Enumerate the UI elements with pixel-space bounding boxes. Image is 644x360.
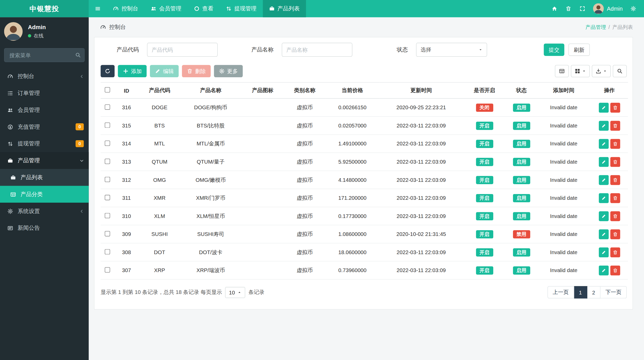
sidebar-item-members[interactable]: 会员管理	[0, 101, 89, 118]
row-delete-button[interactable]	[610, 265, 620, 275]
row-edit-button[interactable]	[599, 247, 608, 257]
row-edit-button[interactable]	[599, 139, 608, 149]
pagination-page-1[interactable]: 1	[574, 286, 587, 298]
cell-category: 虚拟币	[284, 261, 325, 279]
column-header[interactable]: 产品图标	[241, 82, 284, 99]
row-checkbox[interactable]	[105, 177, 110, 182]
row-delete-button[interactable]	[610, 175, 620, 185]
cell-select	[101, 171, 114, 189]
row-checkbox[interactable]	[105, 140, 110, 146]
row-delete-button[interactable]	[610, 211, 620, 221]
cell-id: 312	[114, 171, 139, 189]
filter-actions: 提交 刷新	[544, 44, 590, 56]
status-select[interactable]: 选择	[416, 43, 487, 57]
nav-item-product-list[interactable]: 产品列表	[263, 0, 306, 17]
row-edit-button[interactable]	[599, 229, 608, 239]
column-header[interactable]: 产品代码	[139, 82, 180, 99]
trash-button[interactable]	[562, 0, 575, 17]
sidebar-item-products[interactable]: 产品管理	[0, 152, 89, 169]
nav-item-view[interactable]: 查看	[187, 0, 219, 17]
row-delete-button[interactable]	[610, 139, 620, 149]
sidebar-item-settings[interactable]: 系统设置	[0, 203, 89, 220]
row-delete-button[interactable]	[610, 121, 620, 131]
page-size-select[interactable]: 10	[225, 287, 245, 298]
row-edit-button[interactable]	[599, 175, 608, 185]
row-checkbox[interactable]	[105, 158, 110, 164]
cell-price: 0.00266150	[325, 98, 380, 117]
row-checkbox[interactable]	[105, 231, 110, 236]
cell-category: 虚拟币	[284, 225, 325, 243]
brand-logo[interactable]: 中银慧投	[0, 0, 89, 17]
trash-icon	[613, 105, 617, 110]
nav-item-console[interactable]: 控制台	[107, 0, 144, 17]
row-delete-button[interactable]	[610, 193, 620, 203]
column-header[interactable]: 当前价格	[325, 82, 380, 99]
row-edit-button[interactable]	[599, 265, 608, 275]
cell-id: 307	[114, 261, 139, 279]
pagination-prev[interactable]: 上一页	[547, 286, 574, 298]
refresh-icon	[105, 68, 110, 74]
sidebar-item-withdrawals[interactable]: 提现管理0	[0, 135, 89, 152]
pagination-page-2[interactable]: 2	[587, 286, 601, 298]
row-checkbox[interactable]	[105, 249, 110, 254]
refresh-button[interactable]: 刷新	[568, 44, 590, 56]
edit-button[interactable]: 编辑	[150, 65, 179, 77]
sidebar-item-news[interactable]: 新闻公告	[0, 220, 89, 236]
cell-id: 314	[114, 135, 139, 153]
pencil-icon	[601, 105, 606, 110]
column-header[interactable]: 类别名称	[284, 82, 325, 99]
nav-item-withdrawals[interactable]: 提现管理	[220, 0, 263, 17]
delete-button[interactable]: 删除	[182, 65, 211, 77]
row-checkbox[interactable]	[105, 195, 110, 200]
submit-button[interactable]: 提交	[544, 44, 564, 56]
sidebar-menu: 控制台订单管理会员管理充值管理0提现管理0产品管理产品列表产品分类系统设置新闻公…	[0, 68, 89, 236]
fullscreen-button[interactable]	[576, 0, 589, 17]
export-button[interactable]	[592, 65, 611, 77]
column-header[interactable]: ID	[114, 82, 139, 99]
product-name-input[interactable]	[282, 43, 352, 57]
news-icon	[7, 225, 13, 231]
sidebar-item-orders[interactable]: 订单管理	[0, 85, 89, 102]
column-header[interactable]: 产品名称	[180, 82, 241, 99]
settings-button[interactable]	[627, 0, 640, 17]
pagination-next[interactable]: 下一页	[600, 286, 627, 298]
user-menu[interactable]: Admin	[590, 3, 626, 14]
row-edit-button[interactable]	[599, 121, 608, 131]
row-checkbox[interactable]	[105, 122, 110, 128]
sidebar-search-button[interactable]	[71, 48, 85, 62]
column-header[interactable]: 是否开启	[463, 82, 506, 99]
sidebar-item-recharge[interactable]: 充值管理0	[0, 118, 89, 135]
row-delete-button[interactable]	[610, 102, 620, 112]
columns-button[interactable]	[571, 65, 590, 77]
refresh-table-button[interactable]	[101, 65, 115, 77]
row-edit-button[interactable]	[599, 157, 608, 167]
row-checkbox[interactable]	[105, 267, 110, 272]
row-edit-button[interactable]	[599, 211, 608, 221]
row-edit-button[interactable]	[599, 193, 608, 203]
row-delete-button[interactable]	[610, 157, 620, 167]
select-all-checkbox[interactable]	[105, 87, 110, 93]
toggle-view-button[interactable]	[555, 65, 569, 77]
cell-status: 启用	[506, 98, 537, 117]
column-header[interactable]: 添加时间	[537, 82, 591, 99]
column-header[interactable]: 操作	[591, 82, 628, 99]
sidebar-item-product-category[interactable]: 产品分类	[0, 186, 89, 203]
nav-item-members[interactable]: 会员管理	[144, 0, 187, 17]
cell-id: 308	[114, 243, 139, 261]
more-button[interactable]: 更多	[214, 65, 243, 77]
search-toggle-button[interactable]	[613, 65, 627, 77]
row-edit-button[interactable]	[599, 102, 608, 112]
home-button[interactable]	[548, 0, 561, 17]
column-header[interactable]: 更新时间	[379, 82, 463, 99]
row-delete-button[interactable]	[610, 247, 620, 257]
add-button[interactable]: 添加	[118, 65, 147, 77]
row-delete-button[interactable]	[610, 229, 620, 239]
product-code-input[interactable]	[147, 43, 218, 57]
column-header[interactable]: 状态	[506, 82, 537, 99]
sidebar-toggle-button[interactable]	[89, 0, 107, 17]
breadcrumb-section-link[interactable]: 产品管理	[586, 24, 606, 31]
row-checkbox[interactable]	[105, 213, 110, 218]
row-checkbox[interactable]	[105, 104, 110, 110]
sidebar-item-console[interactable]: 控制台	[0, 68, 89, 85]
sidebar-item-product-list[interactable]: 产品列表	[0, 169, 89, 186]
